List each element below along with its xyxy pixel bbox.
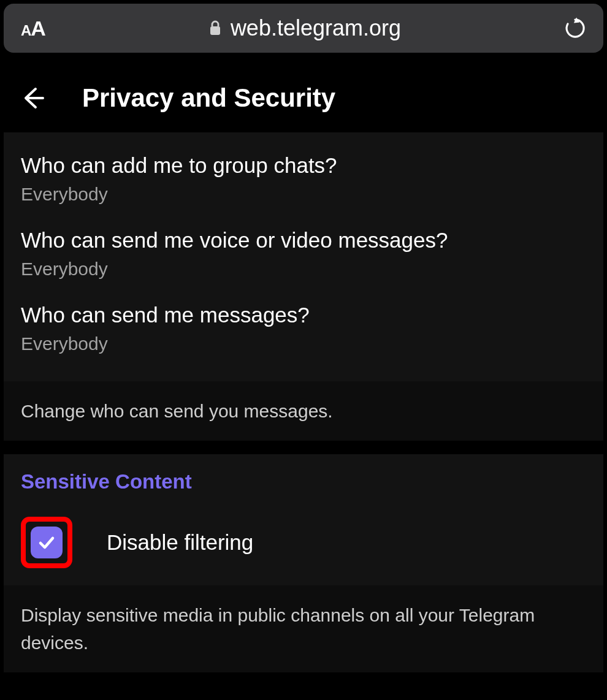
sensitive-content-panel: Sensitive Content Disable filtering	[4, 454, 603, 585]
settings-footer: Change who can send you messages.	[4, 381, 603, 441]
checkbox-highlight	[21, 517, 72, 568]
setting-row-group-chats[interactable]: Who can add me to group chats? Everybody	[21, 145, 586, 219]
setting-value: Everybody	[21, 259, 586, 280]
lock-icon	[208, 20, 222, 37]
setting-title: Who can add me to group chats?	[21, 153, 586, 178]
setting-value: Everybody	[21, 184, 586, 205]
page-title: Privacy and Security	[82, 83, 335, 113]
disable-filtering-row[interactable]: Disable filtering	[21, 502, 586, 585]
back-arrow-icon[interactable]	[20, 85, 45, 111]
toggle-label: Disable filtering	[107, 530, 253, 555]
sensitive-content-footer: Display sensitive media in public channe…	[4, 585, 603, 672]
svg-rect-0	[210, 26, 220, 35]
setting-value: Everybody	[21, 333, 586, 354]
url-text: web.telegram.org	[231, 15, 401, 41]
browser-address-bar[interactable]: AA web.telegram.org	[4, 4, 603, 53]
text-size-button[interactable]: AA	[21, 17, 45, 40]
reload-icon[interactable]	[564, 17, 586, 39]
setting-row-voice-video[interactable]: Who can send me voice or video messages?…	[21, 219, 586, 294]
setting-title: Who can send me voice or video messages?	[21, 228, 586, 253]
app-header: Privacy and Security	[4, 72, 603, 132]
disable-filtering-checkbox[interactable]	[31, 527, 63, 558]
settings-footer-text: Change who can send you messages.	[21, 397, 586, 425]
check-icon	[37, 533, 56, 552]
section-heading: Sensitive Content	[21, 454, 586, 502]
privacy-settings-panel: Who can add me to group chats? Everybody…	[4, 132, 603, 381]
setting-title: Who can send me messages?	[21, 303, 586, 327]
sensitive-content-footer-text: Display sensitive media in public channe…	[21, 601, 586, 656]
setting-row-messages[interactable]: Who can send me messages? Everybody	[21, 294, 586, 369]
